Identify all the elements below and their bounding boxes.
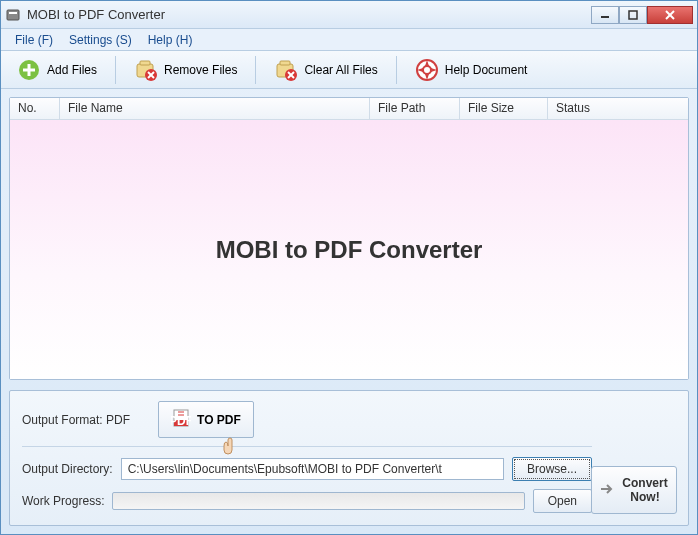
svg-point-20 [423, 66, 431, 74]
titlebar: MOBI to PDF Converter [1, 1, 697, 29]
svg-rect-0 [7, 10, 19, 20]
minimize-button[interactable] [591, 6, 619, 24]
file-list-panel: No. File Name File Path File Size Status… [9, 97, 689, 380]
convert-now-button[interactable]: Convert Now! [591, 466, 677, 514]
toolbar: Add Files Remove Files Clear All Files H… [1, 51, 697, 89]
open-button[interactable]: Open [533, 489, 592, 513]
remove-files-button[interactable]: Remove Files [124, 54, 247, 86]
output-dir-label: Output Directory: [22, 462, 113, 476]
file-list-body[interactable]: MOBI to PDF Converter [10, 120, 688, 379]
add-icon [17, 58, 41, 82]
output-format-label: Output Format: PDF [22, 413, 130, 427]
window-controls [591, 6, 693, 24]
app-window: MOBI to PDF Converter File (F) Settings … [0, 0, 698, 535]
app-icon [5, 7, 21, 23]
browse-button[interactable]: Browse... [512, 457, 592, 481]
bottom-panel: Output Format: PDF PDF TO PDF Output Dir… [9, 390, 689, 526]
svg-rect-3 [629, 11, 637, 19]
add-files-label: Add Files [47, 63, 97, 77]
col-no[interactable]: No. [10, 98, 60, 119]
menu-settings[interactable]: Settings (S) [61, 31, 140, 49]
menu-file[interactable]: File (F) [7, 31, 61, 49]
arrow-right-icon [598, 480, 616, 501]
content-area: No. File Name File Path File Size Status… [1, 89, 697, 534]
help-icon [415, 58, 439, 82]
window-title: MOBI to PDF Converter [27, 7, 591, 22]
col-path[interactable]: File Path [370, 98, 460, 119]
separator [255, 56, 256, 84]
separator [396, 56, 397, 84]
convert-label: Convert Now! [620, 476, 670, 504]
svg-rect-15 [280, 61, 290, 65]
help-document-label: Help Document [445, 63, 528, 77]
svg-rect-10 [140, 61, 150, 65]
clear-all-button[interactable]: Clear All Files [264, 54, 387, 86]
to-pdf-button[interactable]: PDF TO PDF [158, 401, 254, 438]
svg-text:PDF: PDF [171, 414, 191, 428]
clear-icon [274, 58, 298, 82]
output-dir-input[interactable] [121, 458, 504, 480]
add-files-button[interactable]: Add Files [7, 54, 107, 86]
progress-bar [112, 492, 524, 510]
remove-files-label: Remove Files [164, 63, 237, 77]
menubar: File (F) Settings (S) Help (H) [1, 29, 697, 51]
pdf-icon: PDF [171, 408, 191, 431]
col-status[interactable]: Status [548, 98, 688, 119]
remove-icon [134, 58, 158, 82]
svg-rect-1 [9, 12, 17, 14]
close-button[interactable] [647, 6, 693, 24]
watermark-text: MOBI to PDF Converter [216, 236, 483, 264]
divider [22, 446, 592, 447]
hand-icon [218, 436, 238, 456]
file-list-header: No. File Name File Path File Size Status [10, 98, 688, 120]
clear-all-label: Clear All Files [304, 63, 377, 77]
to-pdf-label: TO PDF [197, 413, 241, 427]
col-name[interactable]: File Name [60, 98, 370, 119]
bottom-panel-wrap: Output Format: PDF PDF TO PDF Output Dir… [9, 390, 689, 526]
help-document-button[interactable]: Help Document [405, 54, 538, 86]
maximize-button[interactable] [619, 6, 647, 24]
separator [115, 56, 116, 84]
col-size[interactable]: File Size [460, 98, 548, 119]
progress-label: Work Progress: [22, 494, 104, 508]
menu-help[interactable]: Help (H) [140, 31, 201, 49]
